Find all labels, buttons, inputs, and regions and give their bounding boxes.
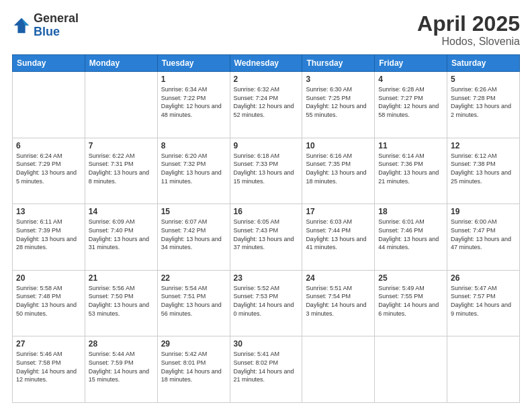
day-info: Sunrise: 6:14 AM Sunset: 7:36 PM Dayligh… (378, 152, 443, 185)
day-cell-3-4: 24Sunrise: 5:51 AM Sunset: 7:54 PM Dayli… (302, 270, 375, 336)
header-thursday: Thursday (302, 55, 375, 72)
header-sunday: Sunday (13, 55, 85, 72)
day-info: Sunrise: 5:49 AM Sunset: 7:55 PM Dayligh… (378, 284, 443, 318)
day-number: 29 (161, 339, 226, 349)
day-number: 26 (451, 273, 516, 283)
day-info: Sunrise: 5:56 AM Sunset: 7:50 PM Dayligh… (89, 284, 154, 318)
day-info: Sunrise: 5:44 AM Sunset: 7:59 PM Dayligh… (89, 350, 154, 383)
day-cell-1-4: 10Sunrise: 6:16 AM Sunset: 7:35 PM Dayli… (302, 138, 375, 204)
day-info: Sunrise: 6:24 AM Sunset: 7:29 PM Dayligh… (16, 152, 81, 185)
day-number: 28 (89, 339, 154, 349)
day-cell-2-1: 14Sunrise: 6:09 AM Sunset: 7:40 PM Dayli… (85, 204, 157, 271)
title-location: Hodos, Slovenia (417, 36, 520, 48)
day-number: 6 (16, 141, 81, 150)
day-info: Sunrise: 6:30 AM Sunset: 7:25 PM Dayligh… (306, 85, 371, 119)
day-cell-0-2: 1Sunrise: 6:34 AM Sunset: 7:22 PM Daylig… (157, 72, 230, 138)
weekday-header-row: Sunday Monday Tuesday Wednesday Thursday… (13, 55, 520, 72)
day-cell-2-3: 16Sunrise: 6:05 AM Sunset: 7:43 PM Dayli… (230, 204, 302, 271)
title-block: April 2025 Hodos, Slovenia (417, 12, 520, 48)
day-number: 20 (16, 273, 81, 283)
day-info: Sunrise: 6:28 AM Sunset: 7:27 PM Dayligh… (378, 85, 443, 119)
day-cell-3-5: 25Sunrise: 5:49 AM Sunset: 7:55 PM Dayli… (375, 270, 447, 336)
day-number: 10 (306, 141, 371, 150)
day-cell-3-1: 21Sunrise: 5:56 AM Sunset: 7:50 PM Dayli… (85, 270, 157, 336)
day-number: 19 (451, 207, 516, 216)
day-number: 24 (306, 273, 371, 283)
day-number: 7 (89, 141, 154, 150)
day-number: 5 (451, 75, 516, 84)
day-number: 25 (378, 273, 443, 283)
week-row-4: 20Sunrise: 5:58 AM Sunset: 7:48 PM Dayli… (13, 270, 520, 336)
page: General Blue April 2025 Hodos, Slovenia … (0, 0, 532, 411)
day-number: 8 (161, 141, 226, 150)
day-info: Sunrise: 6:16 AM Sunset: 7:35 PM Dayligh… (306, 152, 371, 185)
day-number: 12 (451, 141, 516, 150)
day-number: 2 (234, 75, 299, 84)
title-month: April 2025 (417, 12, 520, 36)
day-info: Sunrise: 5:47 AM Sunset: 7:57 PM Dayligh… (451, 284, 516, 318)
header-friday: Friday (375, 55, 447, 72)
day-cell-1-2: 8Sunrise: 6:20 AM Sunset: 7:32 PM Daylig… (157, 138, 230, 204)
day-number: 13 (16, 207, 81, 216)
header-saturday: Saturday (447, 55, 520, 72)
day-number: 4 (378, 75, 443, 84)
day-cell-1-1: 7Sunrise: 6:22 AM Sunset: 7:31 PM Daylig… (85, 138, 157, 204)
day-number: 22 (161, 273, 226, 283)
week-row-1: 1Sunrise: 6:34 AM Sunset: 7:22 PM Daylig… (13, 72, 520, 138)
day-info: Sunrise: 6:07 AM Sunset: 7:42 PM Dayligh… (161, 218, 226, 251)
day-number: 1 (161, 75, 226, 84)
logo-icon (12, 16, 31, 35)
day-info: Sunrise: 5:58 AM Sunset: 7:48 PM Dayligh… (16, 284, 81, 318)
day-number: 21 (89, 273, 154, 283)
day-cell-3-0: 20Sunrise: 5:58 AM Sunset: 7:48 PM Dayli… (13, 270, 85, 336)
calendar-table: Sunday Monday Tuesday Wednesday Thursday… (12, 54, 520, 403)
day-info: Sunrise: 5:51 AM Sunset: 7:54 PM Dayligh… (306, 284, 371, 318)
day-number: 23 (234, 273, 299, 283)
day-number: 18 (378, 207, 443, 216)
header-tuesday: Tuesday (157, 55, 230, 72)
day-cell-1-6: 12Sunrise: 6:12 AM Sunset: 7:38 PM Dayli… (447, 138, 520, 204)
day-cell-3-2: 22Sunrise: 5:54 AM Sunset: 7:51 PM Dayli… (157, 270, 230, 336)
day-cell-2-2: 15Sunrise: 6:07 AM Sunset: 7:42 PM Dayli… (157, 204, 230, 271)
day-cell-0-5: 4Sunrise: 6:28 AM Sunset: 7:27 PM Daylig… (375, 72, 447, 138)
logo-general-text: General (34, 12, 79, 26)
day-number: 17 (306, 207, 371, 216)
day-info: Sunrise: 6:26 AM Sunset: 7:28 PM Dayligh… (451, 85, 516, 119)
day-info: Sunrise: 6:05 AM Sunset: 7:43 PM Dayligh… (234, 218, 299, 251)
day-cell-4-2: 29Sunrise: 5:42 AM Sunset: 8:01 PM Dayli… (157, 336, 230, 403)
day-number: 11 (378, 141, 443, 150)
day-info: Sunrise: 6:34 AM Sunset: 7:22 PM Dayligh… (161, 85, 226, 119)
day-info: Sunrise: 6:32 AM Sunset: 7:24 PM Dayligh… (234, 85, 299, 119)
day-info: Sunrise: 6:01 AM Sunset: 7:46 PM Dayligh… (378, 218, 443, 251)
day-cell-4-3: 30Sunrise: 5:41 AM Sunset: 8:02 PM Dayli… (230, 336, 302, 403)
day-cell-2-5: 18Sunrise: 6:01 AM Sunset: 7:46 PM Dayli… (375, 204, 447, 271)
day-info: Sunrise: 6:12 AM Sunset: 7:38 PM Dayligh… (451, 152, 516, 185)
day-cell-1-3: 9Sunrise: 6:18 AM Sunset: 7:33 PM Daylig… (230, 138, 302, 204)
day-number: 16 (234, 207, 299, 216)
day-cell-0-3: 2Sunrise: 6:32 AM Sunset: 7:24 PM Daylig… (230, 72, 302, 138)
day-number: 14 (89, 207, 154, 216)
day-cell-4-5 (375, 336, 447, 403)
day-info: Sunrise: 6:22 AM Sunset: 7:31 PM Dayligh… (89, 152, 154, 185)
day-info: Sunrise: 5:54 AM Sunset: 7:51 PM Dayligh… (161, 284, 226, 318)
logo-blue-text: Blue (34, 26, 79, 39)
day-cell-0-0 (13, 72, 85, 138)
day-cell-1-5: 11Sunrise: 6:14 AM Sunset: 7:36 PM Dayli… (375, 138, 447, 204)
day-info: Sunrise: 6:00 AM Sunset: 7:47 PM Dayligh… (451, 218, 516, 251)
logo: General Blue (12, 12, 79, 39)
day-cell-4-4 (302, 336, 375, 403)
header: General Blue April 2025 Hodos, Slovenia (12, 12, 520, 48)
day-number: 15 (161, 207, 226, 216)
day-number: 3 (306, 75, 371, 84)
week-row-5: 27Sunrise: 5:46 AM Sunset: 7:58 PM Dayli… (13, 336, 520, 403)
day-cell-2-4: 17Sunrise: 6:03 AM Sunset: 7:44 PM Dayli… (302, 204, 375, 271)
day-info: Sunrise: 6:03 AM Sunset: 7:44 PM Dayligh… (306, 218, 371, 251)
week-row-3: 13Sunrise: 6:11 AM Sunset: 7:39 PM Dayli… (13, 204, 520, 271)
day-cell-3-6: 26Sunrise: 5:47 AM Sunset: 7:57 PM Dayli… (447, 270, 520, 336)
day-number: 27 (16, 339, 81, 349)
day-number: 30 (234, 339, 299, 349)
day-info: Sunrise: 6:20 AM Sunset: 7:32 PM Dayligh… (161, 152, 226, 185)
week-row-2: 6Sunrise: 6:24 AM Sunset: 7:29 PM Daylig… (13, 138, 520, 204)
day-info: Sunrise: 5:41 AM Sunset: 8:02 PM Dayligh… (234, 350, 299, 383)
day-cell-1-0: 6Sunrise: 6:24 AM Sunset: 7:29 PM Daylig… (13, 138, 85, 204)
